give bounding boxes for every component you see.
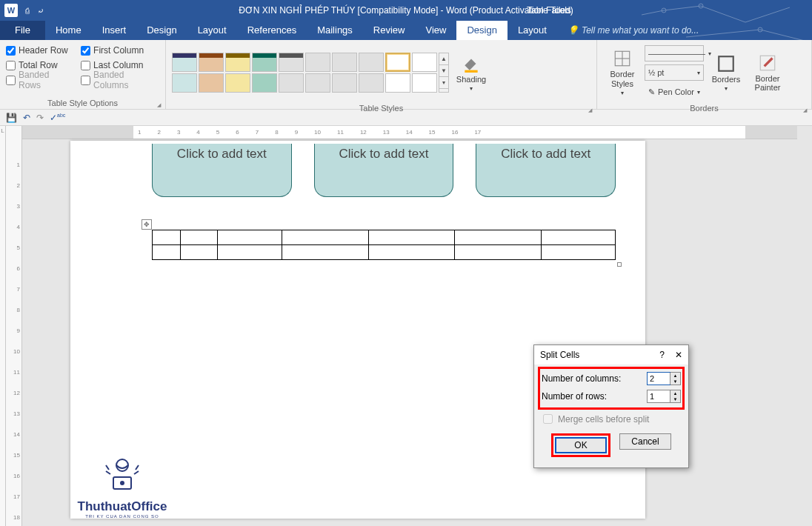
- save-icon[interactable]: 💾: [6, 113, 17, 123]
- tab-tabletools-layout[interactable]: Layout: [508, 21, 557, 40]
- line-style-select[interactable]: ———————▾: [645, 45, 704, 61]
- svg-point-9: [116, 459, 128, 471]
- ok-button[interactable]: OK: [555, 437, 607, 453]
- num-rows-label: Number of rows:: [542, 391, 644, 402]
- doodle-icon: [100, 452, 144, 496]
- line-weight-select[interactable]: ½ pt▾: [645, 64, 704, 81]
- num-rows-spinner[interactable]: ▲▼: [647, 390, 681, 403]
- ribbon-tabs: File Home Insert Design Layout Reference…: [0, 21, 812, 40]
- spin-up-icon[interactable]: ▲: [670, 390, 680, 396]
- table-style-selected[interactable]: [385, 53, 410, 72]
- spin-down-icon[interactable]: ▼: [670, 379, 680, 384]
- lightbulb-icon: 💡: [568, 25, 579, 36]
- svg-point-11: [121, 482, 124, 485]
- pen-color-button[interactable]: ✎Pen Color▾: [645, 84, 704, 100]
- group-label-table-styles: Table Styles: [172, 102, 590, 113]
- pen-icon: ✎: [648, 87, 655, 97]
- table-style-gallery[interactable]: ▲▼▾: [172, 53, 449, 93]
- word-icon: W: [4, 4, 18, 17]
- tell-me-label: Tell me what you want to do...: [582, 25, 699, 36]
- border-painter-button[interactable]: Border Painter: [748, 43, 787, 102]
- num-columns-input[interactable]: [648, 373, 670, 384]
- title-qat-icon: ⎙: [22, 5, 33, 16]
- tab-mailings[interactable]: Mailings: [307, 21, 363, 40]
- highlight-ok: OK: [551, 433, 610, 457]
- title-bar: W ⎙ ⤾ ĐƠN XIN NGHỈ PHÉP THÚY [Compatibil…: [0, 0, 812, 21]
- tab-insert[interactable]: Insert: [92, 21, 137, 40]
- spin-down-icon[interactable]: ▼: [670, 396, 680, 402]
- watermark-brand: ThuthuatOffice: [78, 499, 167, 514]
- svg-rect-7: [719, 56, 733, 71]
- horizontal-ruler[interactable]: 12345678 91011121314151617: [22, 126, 797, 139]
- check-first-column[interactable]: First Column: [81, 43, 159, 58]
- smartart-shapes: Click to add text Click to add text Clic…: [152, 144, 616, 197]
- help-icon[interactable]: ?: [659, 350, 665, 360]
- group-table-style-options: Header Row Total Row Banded Rows First C…: [0, 40, 166, 109]
- split-cells-dialog: Split Cells ? ✕ Number of columns: ▲▼: [533, 344, 689, 468]
- tab-design[interactable]: Design: [136, 21, 187, 40]
- merge-before-split-check: Merge cells before split: [540, 412, 682, 426]
- undo-icon[interactable]: ↶: [23, 113, 30, 123]
- table-move-handle[interactable]: ✥: [142, 219, 152, 230]
- shape-placeholder[interactable]: Click to add text: [476, 144, 616, 197]
- tab-tabletools-design[interactable]: Design: [456, 21, 507, 40]
- cancel-button[interactable]: Cancel: [619, 433, 671, 450]
- titlebar-placeholder-icons: ⎙ ⤾: [22, 5, 46, 16]
- spellcheck-icon[interactable]: ✓abc: [50, 113, 65, 123]
- title-qat-icon: ⤾: [36, 5, 46, 16]
- group-label-table-style-options: Table Style Options: [6, 97, 159, 107]
- check-banded-columns[interactable]: Banded Columns: [81, 73, 159, 87]
- svg-rect-3: [465, 70, 477, 72]
- num-columns-spinner[interactable]: ▲▼: [647, 372, 681, 385]
- tab-references[interactable]: References: [237, 21, 307, 40]
- gallery-scroll[interactable]: ▲▼▾: [439, 53, 449, 93]
- shape-placeholder[interactable]: Click to add text: [314, 144, 454, 197]
- group-table-styles: ▲▼▾ Shading▾ Table Styles: [166, 40, 597, 109]
- svg-point-0: [662, 8, 666, 13]
- ribbon-content: Header Row Total Row Banded Rows First C…: [0, 40, 812, 110]
- borders-button[interactable]: Borders▾: [707, 43, 745, 102]
- group-label-borders: Borders: [603, 102, 805, 113]
- highlight-inputs: Number of columns: ▲▼ Number of rows: ▲▼: [538, 367, 685, 410]
- tab-layout[interactable]: Layout: [187, 21, 237, 40]
- num-columns-label: Number of columns:: [542, 373, 644, 384]
- close-icon[interactable]: ✕: [675, 350, 682, 360]
- ruler-corner: L: [0, 126, 6, 526]
- vertical-ruler[interactable]: 12 34 56 78 910 1112 1314 1516 1718: [6, 126, 22, 526]
- tell-me-search[interactable]: 💡 Tell me what you want to do...: [557, 21, 709, 40]
- document-table[interactable]: [152, 230, 616, 260]
- shape-placeholder[interactable]: Click to add text: [152, 144, 292, 197]
- watermark-logo: ThuthuatOffice TRI KY CUA DAN CONG SO: [63, 452, 182, 519]
- tab-view[interactable]: View: [415, 21, 456, 40]
- watermark-tagline: TRI KY CUA DAN CONG SO: [85, 514, 159, 519]
- dialog-titlebar[interactable]: Split Cells ? ✕: [534, 345, 688, 364]
- tab-file[interactable]: File: [0, 21, 45, 40]
- dialog-title: Split Cells: [540, 350, 579, 360]
- spin-up-icon[interactable]: ▲: [670, 373, 680, 379]
- document-editor: L 12 34 56 78 910 1112 1314 1516 1718 12…: [0, 126, 812, 526]
- table-resize-handle[interactable]: [617, 262, 622, 267]
- border-styles-button[interactable]: Border Styles▾: [603, 43, 642, 102]
- check-header-row[interactable]: Header Row: [6, 43, 72, 58]
- tab-review[interactable]: Review: [363, 21, 416, 40]
- check-banded-rows[interactable]: Banded Rows: [6, 73, 72, 87]
- group-borders: Border Styles▾ ———————▾ ½ pt▾ ✎Pen Color…: [597, 40, 812, 109]
- window-title: ĐƠN XIN NGHỈ PHÉP THÚY [Compatibility Mo…: [0, 5, 812, 16]
- tab-home[interactable]: Home: [45, 21, 92, 40]
- num-rows-input[interactable]: [648, 390, 670, 402]
- shading-button[interactable]: Shading▾: [452, 43, 490, 102]
- table-tools-contextual: Table Tools: [519, 5, 579, 16]
- redo-icon[interactable]: ↷: [36, 113, 44, 123]
- svg-point-1: [699, 4, 703, 8]
